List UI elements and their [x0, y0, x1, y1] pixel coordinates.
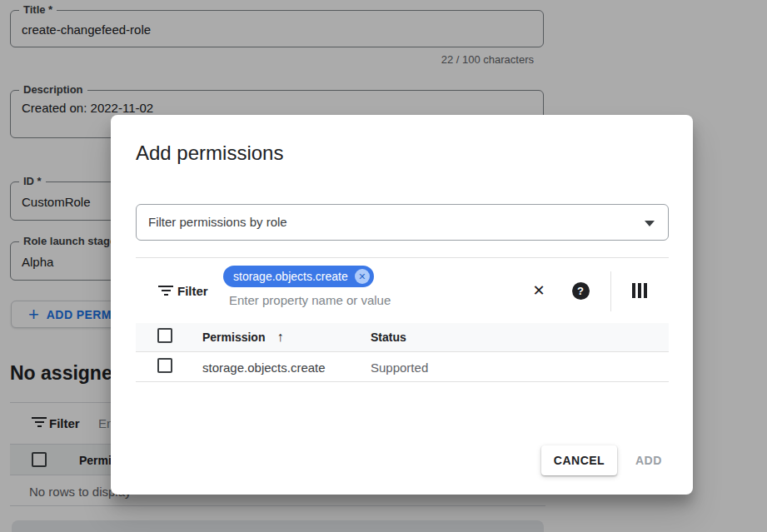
row-checkbox[interactable] — [157, 358, 172, 373]
screen: Title * create-changefeed-role 22 / 100 … — [0, 0, 767, 532]
chevron-down-icon — [645, 221, 655, 226]
add-button[interactable]: ADD — [635, 445, 662, 475]
sort-ascending-icon: ↑ — [276, 330, 283, 345]
column-status: Status — [371, 331, 406, 344]
permissions-filter-toolbar: Filter storage.objects.create ✕ ✕ ? — [136, 257, 669, 323]
filter-chip-label: storage.objects.create — [233, 270, 348, 283]
permissions-table: Permission ↑ Status storage.objects.crea… — [136, 323, 669, 382]
add-permissions-dialog: Add permissions Filter permissions by ro… — [111, 115, 693, 495]
clear-filters-icon[interactable]: ✕ — [529, 281, 549, 301]
row-status: Supported — [371, 360, 428, 374]
dialog-title: Add permissions — [136, 142, 283, 165]
cancel-button[interactable]: CANCEL — [541, 445, 617, 475]
filter-chip[interactable]: storage.objects.create ✕ — [223, 266, 374, 287]
column-permission[interactable]: Permission ↑ — [202, 330, 283, 345]
permissions-table-header: Permission ↑ Status — [136, 323, 669, 352]
toolbar-divider — [610, 271, 611, 311]
table-row[interactable]: storage.objects.create Supported — [136, 352, 669, 382]
help-icon[interactable]: ? — [570, 281, 590, 301]
filter-permissions-by-role-select[interactable]: Filter permissions by role — [136, 204, 669, 241]
column-display-options-icon[interactable] — [630, 281, 650, 301]
filter-icon — [158, 286, 173, 297]
select-all-checkbox[interactable] — [157, 328, 172, 343]
role-select-placeholder: Filter permissions by role — [148, 215, 287, 229]
row-permission: storage.objects.create — [202, 360, 326, 374]
filter-label: Filter — [177, 284, 208, 298]
filter-input[interactable] — [229, 293, 504, 307]
chip-remove-icon[interactable]: ✕ — [355, 269, 370, 284]
